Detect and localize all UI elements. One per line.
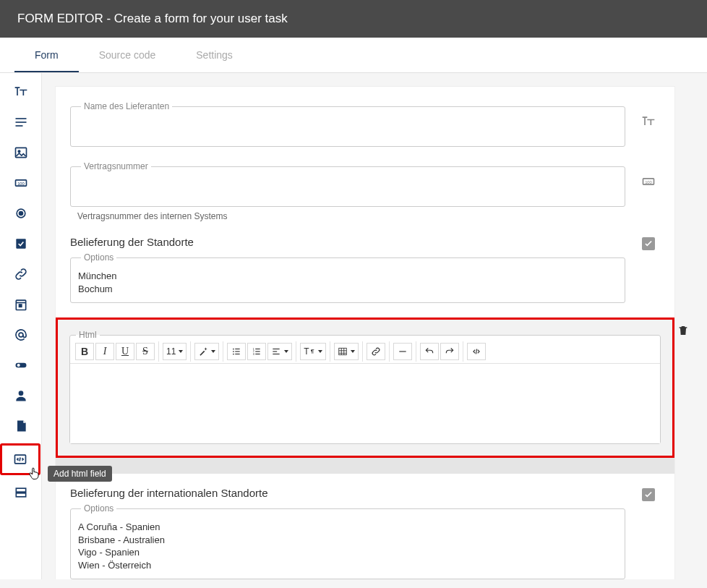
sidebar-item-checkbox[interactable] (5, 231, 37, 257)
tb-table[interactable] (334, 343, 359, 360)
tb-paragraph[interactable]: T (300, 343, 325, 360)
svg-rect-2 (15, 125, 22, 127)
tb-paragraph-label: T (304, 346, 309, 357)
number-icon: 100 (641, 174, 656, 189)
locations-title: Belieferung der Standorte (70, 236, 194, 248)
intl-locations-options-list[interactable]: A Coruña - Spanien Brisbane - Australien… (78, 521, 617, 571)
html-delete-button[interactable] (677, 325, 689, 339)
page-title: FORM EDITOR - Create a form for your use… (17, 12, 288, 25)
sidebar-item-title[interactable] (5, 79, 37, 105)
contract-number-type-icon[interactable]: 100 (637, 161, 660, 189)
locations-option: Bochum (78, 283, 617, 296)
table-icon (338, 346, 348, 357)
sidebar-item-date[interactable] (5, 291, 37, 318)
supplier-name-label: Name des Lieferanten (81, 101, 172, 111)
svg-rect-36 (338, 348, 346, 354)
svg-rect-25 (236, 351, 240, 352)
intl-locations-type-icon[interactable] (637, 487, 660, 501)
sidebar-item-image[interactable] (5, 140, 37, 166)
calendar-icon (14, 297, 28, 312)
supplier-name-type-icon[interactable] (637, 101, 660, 129)
at-icon (14, 328, 28, 342)
user-icon (14, 388, 28, 403)
sidebar-item-text[interactable] (5, 109, 37, 135)
tab-form[interactable]: Form (14, 38, 79, 72)
ordered-list-icon: 123 (252, 346, 262, 357)
svg-text:100: 100 (645, 180, 652, 184)
field-supplier-name: Name des Lieferanten (70, 101, 660, 147)
svg-point-8 (19, 212, 22, 216)
tb-italic[interactable]: I (95, 343, 114, 360)
locations-type-icon[interactable] (637, 236, 660, 250)
contract-number-input[interactable] (78, 179, 617, 199)
note-icon (14, 419, 28, 433)
tb-redo[interactable] (440, 343, 459, 360)
sidebar-item-layout[interactable] (5, 480, 37, 506)
svg-point-14 (17, 364, 20, 367)
sidebar-item-note[interactable] (5, 413, 37, 439)
svg-rect-32 (256, 354, 260, 354)
svg-rect-0 (15, 118, 26, 119)
tb-strike[interactable]: S (136, 343, 155, 360)
svg-rect-17 (16, 488, 25, 492)
field-locations: Belieferung der Standorte Options Münche… (70, 236, 660, 303)
minus-icon (398, 346, 408, 357)
locations-options-list[interactable]: München Bochum (78, 270, 617, 295)
tb-ol[interactable]: 123 (247, 343, 266, 360)
field-html-wrapper: Html B I U S 11 (70, 318, 660, 458)
intl-locations-options-fieldset: Options A Coruña - Spanien Brisbane - Au… (70, 503, 625, 579)
contract-number-fieldset: Vertragsnummer (70, 161, 625, 207)
page-header: FORM EDITOR - Create a form for your use… (0, 0, 707, 38)
title-icon (641, 114, 656, 129)
paragraph-pilcrow-icon (309, 349, 315, 354)
tb-link[interactable] (367, 343, 385, 360)
intl-locations-option: Brisbane - Australien (78, 534, 617, 547)
sidebar-item-html[interactable] (0, 443, 40, 475)
svg-point-23 (233, 354, 234, 355)
tab-source-code[interactable]: Source code (79, 38, 176, 72)
tb-undo[interactable] (420, 343, 439, 360)
svg-point-4 (18, 150, 20, 153)
layout-icon (14, 485, 28, 500)
svg-text:3: 3 (253, 353, 254, 356)
html-editor-body[interactable] (70, 364, 660, 443)
svg-text:100: 100 (17, 182, 25, 186)
tb-font-size[interactable]: 11 (163, 343, 187, 360)
sidebar-item-radio[interactable] (5, 200, 37, 226)
drop-separator (56, 458, 674, 474)
svg-rect-33 (273, 349, 280, 349)
svg-rect-37 (399, 351, 406, 352)
tb-bold[interactable]: B (75, 343, 94, 360)
svg-point-21 (233, 349, 234, 350)
content-area: Name des Lieferanten Vertragsnummer Vert… (42, 73, 707, 579)
number-icon: 100 (14, 176, 28, 190)
svg-rect-30 (256, 349, 260, 349)
tb-ul[interactable] (227, 343, 246, 360)
sidebar-item-link[interactable] (5, 261, 37, 287)
sidebar: 100 (0, 73, 42, 579)
svg-rect-35 (273, 354, 280, 354)
sidebar-item-number[interactable]: 100 (5, 170, 37, 196)
link-chain-icon (371, 346, 381, 357)
toggle-icon (14, 358, 28, 372)
trash-icon (677, 325, 689, 336)
svg-point-22 (233, 351, 234, 352)
svg-rect-34 (273, 351, 278, 352)
supplier-name-input[interactable] (78, 119, 617, 139)
redo-icon (445, 346, 455, 357)
sidebar-item-email[interactable] (5, 322, 37, 348)
svg-rect-9 (16, 239, 25, 248)
align-icon (271, 346, 281, 357)
sidebar-item-user[interactable] (5, 383, 37, 409)
tb-magic[interactable] (194, 343, 219, 360)
tab-settings[interactable]: Settings (176, 38, 253, 72)
tb-code-view[interactable] (467, 343, 486, 360)
tb-underline[interactable]: U (116, 343, 134, 360)
tab-source-code-label: Source code (99, 49, 156, 61)
tb-align[interactable] (267, 343, 292, 360)
magic-wand-icon (198, 346, 208, 357)
tabs-bar: Form Source code Settings (0, 38, 707, 73)
tb-hr[interactable] (393, 343, 412, 360)
sidebar-item-toggle[interactable] (5, 352, 37, 378)
checkbox-filled-icon (642, 488, 655, 501)
